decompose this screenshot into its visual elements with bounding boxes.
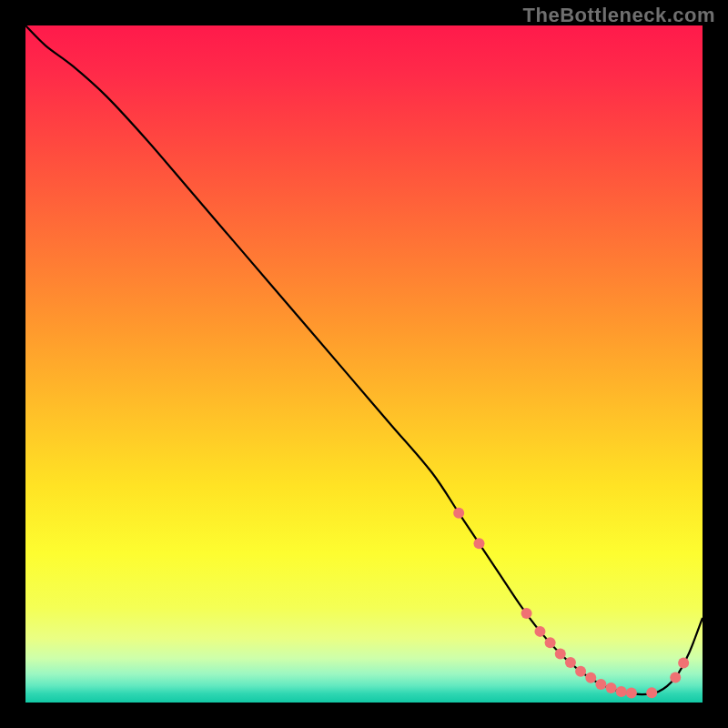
- highlight-point: [545, 637, 556, 648]
- highlight-point: [616, 686, 627, 697]
- highlight-point: [534, 626, 545, 637]
- chart-background: [25, 25, 703, 703]
- highlight-point: [646, 687, 657, 698]
- highlight-point: [626, 688, 637, 699]
- highlight-point: [555, 648, 566, 659]
- highlight-point: [565, 657, 576, 668]
- highlight-point: [670, 672, 681, 682]
- chart-stage: TheBottleneck.com: [0, 0, 728, 728]
- highlight-point: [606, 682, 617, 693]
- highlight-point: [595, 679, 606, 690]
- highlight-point: [678, 657, 689, 668]
- chart-svg: [25, 25, 703, 703]
- watermark-text: TheBottleneck.com: [523, 4, 715, 27]
- highlight-point: [585, 672, 596, 683]
- highlight-point: [575, 666, 586, 677]
- highlight-point: [473, 538, 484, 549]
- highlight-point: [521, 608, 532, 619]
- highlight-point: [453, 508, 464, 519]
